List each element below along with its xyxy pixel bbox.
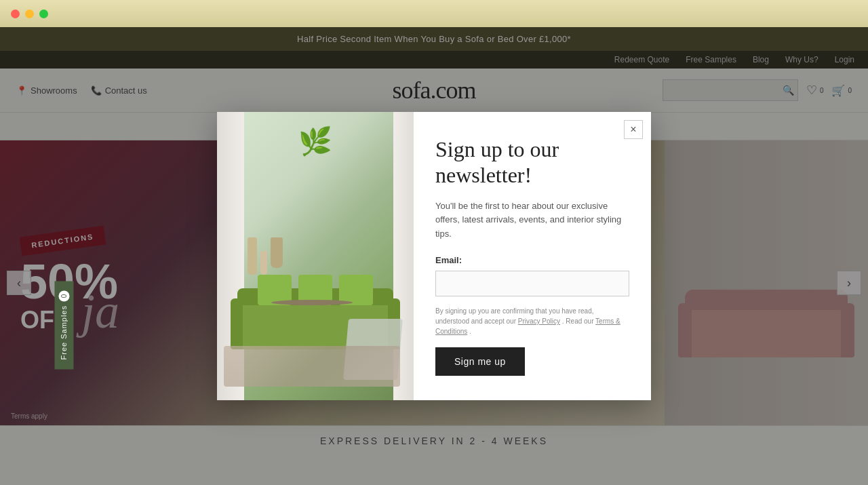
plant-decoration: 🌿 (298, 125, 332, 157)
modal-content-panel: Sign up to our newsletter! You'll be the… (414, 112, 651, 400)
website-content: Half Price Second Item When You Buy a So… (0, 27, 868, 485)
modal-rug (224, 346, 400, 387)
vase-2 (260, 251, 267, 275)
vase-3 (271, 237, 283, 268)
browser-dot-yellow[interactable] (25, 9, 34, 18)
free-samples-badge: 0 (58, 290, 69, 301)
modal-image-panel: 🌿 (217, 112, 414, 400)
modal-sofa-arm-left (231, 298, 243, 349)
submit-button[interactable]: Sign me up (435, 347, 525, 376)
email-input[interactable] (435, 271, 629, 296)
modal-overlay[interactable]: 🌿 (0, 27, 868, 485)
newsletter-modal: 🌿 (217, 112, 651, 400)
modal-title: Sign up to our newsletter! (435, 136, 629, 189)
email-label: Email: (435, 255, 629, 265)
modal-description: You'll be the first to hear about our ex… (435, 199, 629, 241)
privacy-policy-link[interactable]: Privacy Policy (518, 317, 560, 325)
vases-group (248, 237, 283, 275)
browser-dot-green[interactable] (39, 9, 48, 18)
browser-dot-red[interactable] (11, 9, 20, 18)
modal-disclaimer: By signing up you are confirming that yo… (435, 306, 629, 336)
vase-1 (248, 237, 257, 275)
free-samples-label: Free Samples (60, 305, 68, 360)
browser-chrome (0, 0, 868, 27)
free-samples-tab[interactable]: Free Samples 0 (54, 281, 73, 369)
